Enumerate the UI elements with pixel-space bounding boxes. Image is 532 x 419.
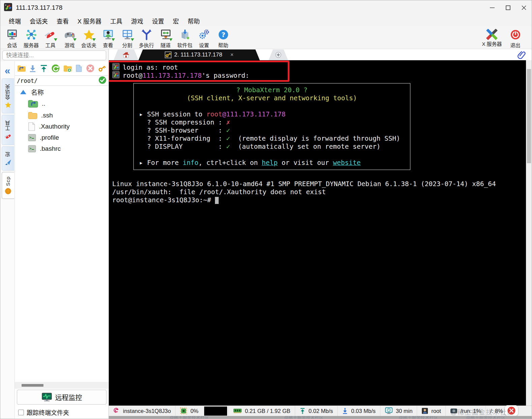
terminal-scrollbar-thumb[interactable] — [527, 69, 531, 163]
menu-settings[interactable]: 设置 — [148, 15, 168, 26]
file-row-profile[interactable]: > .profile — [15, 132, 108, 143]
file-icon — [28, 122, 36, 131]
user-avatar-icon — [421, 408, 428, 414]
banner-footer-line: ▸ For more info, ctrl+click on help or v… — [134, 159, 410, 167]
star-icon — [83, 28, 95, 41]
menu-help[interactable]: 帮助 — [183, 15, 204, 26]
svg-text:?: ? — [221, 31, 225, 39]
terminal-cursor — [215, 197, 219, 204]
toolbar-packages-button[interactable]: 软件包 — [175, 28, 194, 48]
home-icon — [122, 51, 130, 58]
terminal-area: 2. 111.173.117.178 × login as: root root… — [109, 49, 532, 419]
xserver-icon — [486, 28, 498, 41]
terminal-scrollbar[interactable] — [526, 60, 532, 406]
toolbar-view-button[interactable]: 查看 — [98, 28, 118, 48]
sidebar-tab-sessions[interactable]: 会话夹 — [2, 78, 14, 113]
sidebar-tab-scp[interactable]: Scp — [2, 172, 14, 199]
sidebar-tab-strip: « 会话夹 工具 宏 Scp — [0, 61, 14, 419]
help-icon: ? — [217, 28, 230, 41]
toolbar-split-button[interactable]: 分割 — [118, 28, 137, 48]
menu-tools[interactable]: 工具 — [106, 15, 127, 26]
file-row-parent[interactable]: .. — [15, 97, 108, 110]
menu-games[interactable]: 游戏 — [127, 15, 148, 26]
tab-bar: 2. 111.173.117.178 × — [109, 49, 532, 60]
toolbar-tools-button[interactable]: 工具 — [41, 28, 60, 48]
new-file-button[interactable] — [75, 64, 83, 73]
download-button[interactable] — [29, 64, 37, 73]
dropdown-arrow-icon — [131, 38, 134, 41]
file-row-xauthority[interactable]: .Xauthority — [15, 121, 108, 132]
path-bar[interactable]: /root/ — [15, 75, 108, 86]
path-ok-icon — [98, 76, 106, 85]
toolbar-tunneling-button[interactable]: 隧道 — [156, 28, 175, 48]
toolbar: 会话 服务器 工具 游戏 会话夹 查看 分割 多执行 — [0, 26, 532, 49]
collapse-sidebar-button[interactable]: « — [2, 63, 13, 78]
new-tab-button[interactable] — [269, 49, 288, 60]
menu-bar: 终端 会话夹 查看 X 服务器 工具 游戏 设置 宏 帮助 — [0, 15, 532, 26]
minimize-button[interactable] — [484, 0, 500, 15]
scrollbar-thumb[interactable] — [22, 384, 43, 387]
new-folder-button[interactable] — [63, 64, 72, 73]
banner-item-display: ? DISPLAY : ✓ (automatically set on remo… — [134, 143, 410, 151]
title-bar: 111.173.117.178 — [0, 0, 532, 15]
home-tab[interactable] — [114, 49, 138, 60]
refresh-button[interactable] — [51, 64, 60, 73]
toolbar-help-button[interactable]: ? 帮助 — [214, 28, 233, 48]
prompt-line: root@instance-3s1Q8J3o:~# — [112, 196, 523, 204]
status-ram: 0.21 GB / 1.92 GB — [228, 406, 295, 416]
status-close-button[interactable] — [505, 405, 518, 416]
delete-button[interactable] — [86, 64, 95, 73]
tab-close-icon[interactable]: × — [230, 52, 233, 58]
toolbar-servers-button[interactable]: 服务器 — [22, 28, 41, 48]
motd-xauth-line: /usr/bin/xauth: file /root/.Xauthority d… — [112, 188, 326, 196]
current-path: /root/ — [17, 77, 37, 84]
menu-terminal[interactable]: 终端 — [4, 15, 25, 26]
file-list-header[interactable]: 名称 — [15, 86, 108, 97]
toolbar-games-button[interactable]: 游戏 — [60, 28, 79, 48]
go-up-folder-button[interactable] — [17, 64, 26, 73]
key-button[interactable] — [98, 64, 106, 73]
toolbar-multiexec-button[interactable]: 多执行 — [137, 28, 156, 48]
file-row-bashrc[interactable]: > .bashrc — [15, 143, 108, 154]
parent-folder-icon — [28, 99, 38, 108]
toolbar-session-button[interactable]: 会话 — [2, 28, 22, 48]
quick-connect-input[interactable] — [2, 50, 106, 60]
terminal-screen[interactable]: login as: root root@111.173.117.178's pa… — [109, 60, 532, 406]
close-button[interactable] — [516, 0, 532, 15]
svg-text:>: > — [29, 135, 32, 140]
paper-plane-icon — [4, 159, 12, 166]
banner-item-compression: ? SSH compression : ✗ — [134, 118, 410, 127]
sidebar-tab-macros[interactable]: 宏 — [2, 146, 14, 171]
tunnel-icon — [159, 28, 172, 41]
horizontal-scrollbar[interactable] — [15, 382, 108, 389]
toolbar-sessions-folder-button[interactable]: 会话夹 — [79, 28, 98, 48]
status-disk-run: /run: 1% — [446, 406, 486, 416]
file-row-ssh[interactable]: .ssh — [15, 110, 108, 121]
toolbar-exit-button[interactable]: 退出 — [506, 28, 525, 48]
info-link[interactable]: info — [183, 159, 198, 167]
toolbar-settings-button[interactable]: 设置 — [194, 28, 214, 48]
shell-script-icon: > — [28, 145, 36, 153]
split-icon — [121, 28, 134, 41]
menu-macros[interactable]: 宏 — [168, 15, 183, 26]
shell-script-icon: > — [28, 134, 36, 142]
remote-monitoring-button[interactable]: 远程监控 — [17, 390, 106, 405]
upload-button[interactable] — [40, 64, 48, 73]
follow-terminal-checkbox[interactable] — [18, 410, 24, 415]
menu-sessions[interactable]: 会话夹 — [25, 15, 52, 26]
maximize-button[interactable] — [500, 0, 516, 15]
tools-icon — [44, 28, 57, 41]
shell-prompt: root@instance-3s1Q8J3o:~# — [112, 196, 215, 204]
website-link[interactable]: website — [333, 159, 361, 167]
status-cpu: 0% — [176, 406, 203, 416]
attachments-paperclip-icon[interactable] — [518, 50, 526, 61]
menu-view[interactable]: 查看 — [52, 15, 73, 26]
sidebar-tab-tools[interactable]: 工具 — [2, 115, 14, 145]
active-session-tab[interactable]: 2. 111.173.117.178 × — [138, 49, 260, 60]
login-text: login as: root — [123, 64, 178, 72]
status-bar: instance-3s1Q8J3o 0% 0.21 GB / 1.92 GB 0… — [109, 406, 532, 416]
follow-terminal-folder-option[interactable]: 跟踪终端文件夹 — [15, 406, 108, 419]
help-link[interactable]: help — [262, 159, 278, 167]
menu-xserver[interactable]: X 服务器 — [73, 15, 106, 26]
toolbar-xserver-button[interactable]: X 服务器 — [481, 28, 503, 48]
